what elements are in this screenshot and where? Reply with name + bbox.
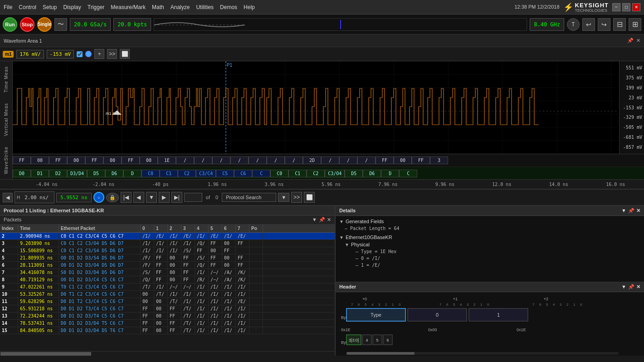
table-row[interactable]: 947.022261 nsT0 C1 C2 C3/C4 C5 C6 C7/T//… [0,284,335,291]
physical-header[interactable]: ▼ Physical [343,241,642,248]
details-pin-icon[interactable]: 📌 [628,208,634,214]
table-row[interactable]: 840.719129 nsO0 D1 D2 D3/C4 C5 C6 C7/Q/F… [0,276,335,284]
pin-icon[interactable]: 📌 [627,38,634,44]
table-cell: /I/ [141,233,154,240]
table-row[interactable]: 1372.234244 nsD0 D1 D2 D3/T4 C5 C6 C7FF0… [0,313,335,320]
voltage-label: 375 mV [621,75,642,80]
decoded-cell-lower: C3/O4 [325,170,345,177]
lock-icon[interactable]: 🔒 [106,193,119,202]
generated-fields-header[interactable]: ▼ Generated Fields [337,218,642,225]
search-pin-button[interactable]: ⬜ [304,192,315,203]
table-row[interactable]: 39.203890 nsC0 C1 C2 C3/O4 D5 D6 D7/I//I… [0,240,335,247]
svg-text:1: 1 [480,303,483,307]
prev-start-button[interactable]: |◀ [121,192,132,203]
close-waveform-icon[interactable]: ✕ [636,38,640,44]
packets-table-body[interactable]: 22.900948 nsC0 C1 C2 C3/C4 C5 C6 C7/I//E… [0,233,335,351]
table-row[interactable]: 1265.931218 nsD0 D1 D2 T3/C4 C5 C6 C7FF0… [0,305,335,313]
table-cell: /−/ [168,284,181,290]
stop-button[interactable]: Stop [20,17,34,32]
run-button[interactable]: Run [3,17,17,32]
single-button[interactable]: Single [37,17,52,32]
zoom-out-button[interactable]: ⊟ [613,18,626,31]
header-panel-dropdown[interactable]: ▼ [621,284,626,290]
undo-button[interactable]: ↩ [582,18,595,31]
table-cell: FF [181,276,195,283]
protocol-search-box[interactable]: Protocol Search [222,193,276,202]
next-button[interactable]: ▶ [159,192,170,203]
decoded-cell-lower: D5 [345,170,363,177]
svg-text:0: 0 [487,303,489,307]
details-dropdown-icon[interactable]: ▼ [621,208,626,214]
time-position-display[interactable]: 5.9552 ns [56,193,92,202]
decoded-cell-upper: / [267,157,285,164]
menu-item-analyze[interactable]: Analyze [171,4,190,10]
position-input[interactable]: 0 [184,193,202,202]
minimize-button[interactable]: − [612,3,620,11]
down-button[interactable]: ▼ [146,192,157,203]
nav-collapse-button[interactable]: ◀ [3,193,13,202]
menu-item-utilities[interactable]: Utilities [196,4,214,10]
channel-offset[interactable]: -153 mV [47,50,74,59]
table-row[interactable]: 628.113091 nsO0 D1 D2 D3/O4 D5 D6 D7/F/F… [0,262,335,269]
panel-dropdown-icon[interactable]: ▼ [312,217,317,223]
channel-badge[interactable]: m1 [3,51,14,58]
menu-item-math[interactable]: Math [152,4,164,10]
table-cell: 00 [168,276,181,283]
menu-item-file[interactable]: File [4,4,12,10]
table-cell: 47.022261 ns [18,284,59,290]
channel-checkbox[interactable] [77,51,83,57]
table-column-header: 4 [195,225,209,232]
ethernet-header[interactable]: ▼ Ethernet10GBaseKR [337,234,642,241]
scrollbar-thumb-h[interactable] [0,352,91,356]
table-row[interactable]: 521.809935 nsO0 D1 D2 D3/S4 D5 D6 D7/F/F… [0,254,335,262]
menu-item-demos[interactable]: Demos [220,4,237,10]
search-dropdown-button[interactable]: ▼ [278,193,289,202]
menu-item-help[interactable]: Help [244,4,255,10]
title-bar-right: 12:38 PM 12/2/2018 ⚡ KEYSIGHT TECHNOLOGI… [514,2,640,13]
logo-text-group: KEYSIGHT TECHNOLOGIES [575,2,609,13]
search-next-button[interactable]: >> [291,192,302,203]
table-row[interactable]: 22.900948 nsC0 C1 C2 C3/C4 C5 C6 C7/I//E… [0,233,335,240]
table-row[interactable]: 1478.537431 nsD0 D1 D2 D3/D4 T5 C6 C7FF0… [0,320,335,327]
type-label: Type = 1E Hex [361,249,396,254]
table-cell: FF [141,305,154,312]
zoom-in-button[interactable]: ⊞ [629,18,641,31]
menu-item-control[interactable]: Control [19,4,36,10]
table-cell: /Q/ [195,240,209,247]
menu-item-display[interactable]: Display [63,4,81,10]
prev-button[interactable]: ◀ [133,192,144,203]
details-close-icon[interactable]: ✕ [636,208,640,214]
horizontal-scrollbar[interactable] [0,351,335,356]
close-button[interactable]: ✕ [632,3,640,11]
more-options-button[interactable]: >> [107,49,117,59]
table-row[interactable]: 415.506899 nsC0 C1 C2 C3/S4 D5 D6 D7/I//… [0,247,335,254]
panel-pin-icon[interactable]: 📌 [319,217,325,223]
table-row[interactable]: 1159.628296 nsD0 D1 T2 C3/C4 C5 C6 C7000… [0,298,335,305]
table-row[interactable]: 1053.325267 nsD0 T1 C2 C3/C4 C5 C6 C700/… [0,291,335,298]
h-per-div[interactable]: 2.00 ns/ [21,193,52,202]
redo-button[interactable]: ↪ [598,18,610,31]
table-row[interactable]: 1584.840505 nsD0 D1 D2 D3/D4 D5 T6 C7FF0… [0,327,335,334]
menu-item-measure-mark[interactable]: Measure/Mark [111,4,146,10]
trigger-type-button[interactable]: T [567,18,580,31]
table-cell: /T/ [154,291,168,298]
svg-text:m1↗: m1↗ [106,111,115,116]
nav-bar: ◀ H 2.00 ns/ 5.9552 ns ○ 🔒 |◀ ◀ ▼ ▶ ▶| 0… [0,190,644,206]
header-panel-pin[interactable]: 📌 [628,284,634,290]
trigger-icon[interactable]: 〜 [54,18,67,31]
logo-brand: KEYSIGHT [575,2,609,9]
menu-item-setup[interactable]: Setup [43,4,57,10]
circle-icon: ○ [98,195,100,200]
next-end-button[interactable]: ▶| [171,192,182,203]
position-circle-button[interactable]: ○ [93,192,104,203]
restore-button[interactable]: □ [622,3,630,11]
add-measurement-button[interactable]: + [94,49,104,59]
snap-button[interactable]: ⬜ [120,49,130,59]
table-cell: /I/ [154,284,168,290]
channel-scale[interactable]: 176 mV/ [16,50,44,59]
header-panel-close[interactable]: ✕ [636,284,640,290]
table-cell: FF [236,240,249,247]
panel-close-icon[interactable]: ✕ [327,217,331,223]
menu-item-trigger[interactable]: Trigger [88,4,105,10]
table-row[interactable]: 734.416078 nsS0 D1 D2 D3/D4 D5 D6 D7/S/F… [0,269,335,276]
